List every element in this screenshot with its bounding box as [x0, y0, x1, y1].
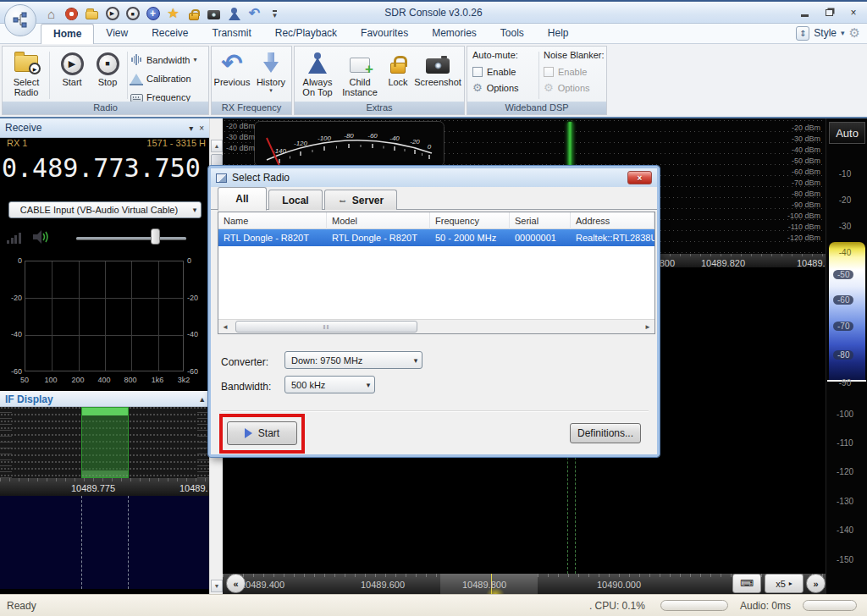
volume-slider-track[interactable]	[76, 237, 186, 239]
dialog-close-button[interactable]: ×	[627, 171, 652, 184]
s-meter-gauge: -140-120-100-80-60-40-200	[254, 121, 445, 168]
audio-latency-readout: Audio: 0ms	[740, 600, 791, 612]
column-header-serial[interactable]: Serial	[510, 212, 571, 229]
if-filter-passband[interactable]	[81, 407, 129, 478]
settings-gear-icon[interactable]: ⚙	[849, 25, 860, 41]
dialog-title-bar[interactable]: Select Radio	[211, 168, 657, 187]
bandwidth-select[interactable]: 500 kHz ▾	[284, 376, 375, 393]
svg-text:-60: -60	[367, 132, 378, 140]
tab-tools[interactable]: Tools	[489, 24, 536, 44]
tab-transmit[interactable]: Transmit	[201, 24, 263, 44]
definitions-button-label: Definitions...	[577, 427, 633, 439]
column-header-name[interactable]: Name	[218, 212, 327, 229]
start-highlight-annotation	[219, 414, 305, 454]
dialog-tab-all[interactable]: All	[218, 187, 267, 211]
dbm-label-right: -40 dBm	[792, 146, 820, 154]
waterfall-palette-slider[interactable]	[829, 242, 865, 381]
noise-blanker-enable-checkbox[interactable]: Enable	[544, 63, 610, 80]
collapse-up-icon[interactable]: ▴	[200, 395, 204, 404]
audio-graph-y-tick: -40	[187, 330, 198, 338]
definitions-button[interactable]: Definitions...	[570, 423, 641, 443]
speaker-icon[interactable]	[32, 229, 51, 245]
start-button[interactable]: ▶ Start	[53, 50, 91, 102]
dbm-label-right: -20 dBm	[792, 124, 820, 132]
if-right-ticks	[197, 407, 209, 478]
column-header-frequency[interactable]: Frequency	[430, 212, 510, 229]
tab-view[interactable]: View	[94, 24, 140, 44]
auto-mute-enable-checkbox[interactable]: Enable	[472, 63, 538, 80]
nav-left-button[interactable]: «	[226, 574, 246, 593]
zoom-x5-button[interactable]: x5 ▸	[765, 574, 803, 593]
tab-favourites[interactable]: Favourites	[349, 24, 420, 44]
scroll-left-icon[interactable]: ◄	[218, 321, 232, 333]
dialog-title: Select Radio	[232, 172, 290, 184]
radio-list-hscrollbar[interactable]: ◄ ‖‖ ►	[218, 319, 654, 333]
column-header-address[interactable]: Address	[571, 212, 654, 229]
noise-blanker-options-button[interactable]: ⚙ Options	[544, 80, 610, 96]
if-frequency-scale[interactable]: 10489.775 10489.	[0, 478, 209, 496]
ribbon-tabs: HomeViewReceiveTransmitRec/PlaybackFavou…	[41, 24, 581, 44]
scroll-right-icon[interactable]: ►	[641, 321, 654, 333]
audio-graph-y-tick: -60	[5, 367, 22, 376]
style-switcher-icon[interactable]: ⇕	[796, 26, 809, 41]
tab-memories[interactable]: Memories	[420, 24, 489, 44]
tab-rec-playback[interactable]: Rec/Playback	[263, 24, 349, 44]
tab-home[interactable]: Home	[41, 24, 94, 44]
passband-readout: 1571 - 3315 H	[146, 138, 206, 148]
child-instance-button[interactable]: Child Instance	[339, 50, 381, 102]
frequency-display[interactable]: 0.489.773.750	[2, 153, 209, 183]
volume-slider-thumb[interactable]	[151, 228, 160, 245]
scroll-up-icon[interactable]: ▲	[211, 140, 223, 152]
stop-button[interactable]: ■ Stop	[89, 50, 126, 102]
audio-device-select[interactable]: CABLE Input (VB-Audio Virtual Cable) ▾	[8, 201, 202, 218]
panel-dropdown-icon[interactable]: ▾	[189, 124, 193, 133]
style-dropdown-icon[interactable]: ▾	[841, 29, 845, 37]
lock-button[interactable]: Lock	[383, 50, 413, 102]
always-on-top-button[interactable]: Always On Top	[298, 50, 337, 102]
dialog-tab-local[interactable]: Local	[268, 190, 323, 210]
radio-list: NameModelFrequencySerialAddress RTL Dong…	[218, 212, 655, 334]
column-header-model[interactable]: Model	[327, 212, 430, 229]
close-button[interactable]: ×	[845, 6, 862, 19]
if-waterfall[interactable]	[0, 496, 209, 589]
range-tick: -90	[826, 378, 864, 388]
tab-receive[interactable]: Receive	[140, 24, 200, 44]
audio-graph-y-tick: -60	[187, 367, 198, 376]
dbm-label-left: -20 dBm	[226, 122, 255, 130]
screenshot-button[interactable]: Screenshot	[413, 50, 462, 102]
tab-help[interactable]: Help	[536, 24, 581, 44]
style-label[interactable]: Style	[814, 27, 837, 39]
radio-table-row[interactable]: RTL Dongle - R820TRTL Dongle - R820T50 -…	[218, 229, 654, 246]
range-tick: -70	[833, 322, 853, 331]
restore-button[interactable]	[820, 6, 837, 19]
auto-mute-options-button[interactable]: ⚙ Options	[472, 80, 538, 96]
level-bars-icon[interactable]	[7, 232, 25, 244]
if-spectrum[interactable]	[0, 407, 209, 478]
app-menu-button[interactable]	[4, 4, 36, 36]
converter-select[interactable]: Down: 9750 MHz ▾	[284, 351, 422, 369]
scroll-down-icon[interactable]: ▼	[211, 580, 223, 592]
radio-table-cell: RTL Dongle - R820T	[327, 229, 430, 246]
history-button[interactable]: History ▾	[252, 50, 290, 102]
nav-right-button[interactable]: »	[806, 574, 826, 593]
checkbox-icon	[544, 67, 554, 77]
dbm-label-right: -70 dBm	[792, 179, 820, 187]
range-tick: -60	[833, 295, 853, 305]
scale-label: 10489.820	[701, 258, 745, 267]
select-radio-button[interactable]: ▶ Select Radio	[8, 50, 45, 102]
bandwidth-button[interactable]: Bandwidth▾	[130, 52, 207, 68]
visible-span-band[interactable]: 10489.800	[440, 574, 538, 594]
gear-icon: ⚙	[544, 83, 554, 93]
minimize-button[interactable]	[796, 6, 813, 19]
panel-close-icon[interactable]: ×	[199, 124, 204, 133]
hscrollbar-thumb[interactable]: ‖‖	[235, 321, 417, 333]
gear-icon: ⚙	[472, 83, 483, 93]
keyboard-entry-button[interactable]: ⌨	[732, 574, 761, 593]
auto-range-button[interactable]: Auto	[829, 122, 865, 144]
previous-button[interactable]: ↶ Previous	[213, 50, 251, 102]
dialog-tab-server[interactable]: ⇔Server	[324, 190, 397, 210]
chevron-down-icon: ▾	[362, 381, 374, 389]
calibration-button[interactable]: Calibration	[130, 70, 207, 86]
dialog-tabs: AllLocal⇔Server	[211, 189, 657, 210]
band-navigation-bar[interactable]: 10489.400 10489.600 10489.800 10490.000 …	[223, 574, 826, 594]
